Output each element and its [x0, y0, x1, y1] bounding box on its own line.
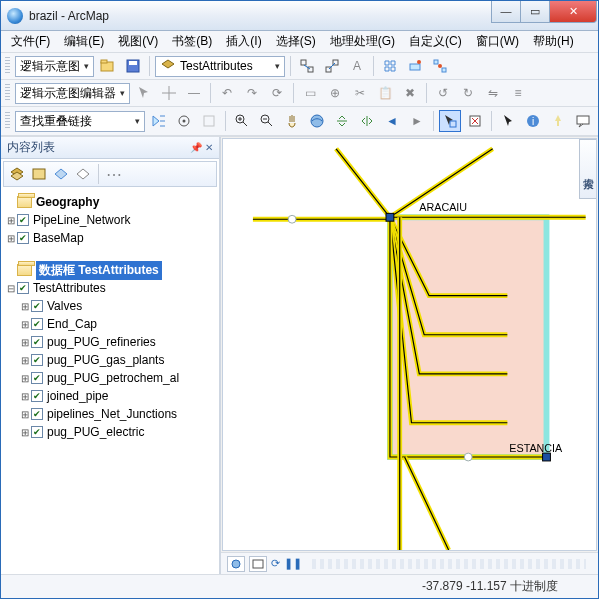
toc-options-icon: ⋯ — [105, 165, 123, 183]
layer-basemap[interactable]: ⊞✔BaseMap — [1, 229, 219, 247]
toc-toolbar: ⋯ — [3, 161, 217, 187]
layout-view-tab[interactable] — [249, 556, 267, 572]
checkbox-icon[interactable]: ✔ — [31, 336, 43, 348]
toolbar-grip[interactable] — [5, 84, 10, 102]
menu-edit[interactable]: 编辑(E) — [58, 31, 110, 52]
save-button[interactable] — [122, 55, 144, 77]
list-by-selection-icon[interactable] — [74, 165, 92, 183]
schematic-svg: ARACAIU ESTANCIA — [223, 139, 596, 550]
menu-file[interactable]: 文件(F) — [5, 31, 56, 52]
svg-rect-33 — [386, 213, 394, 221]
close-button[interactable]: ✕ — [549, 1, 597, 23]
identify-button[interactable]: i — [522, 110, 544, 132]
back-extent-button[interactable]: ◄ — [381, 110, 403, 132]
checkbox-icon[interactable]: ✔ — [31, 318, 43, 330]
refresh-view-button[interactable]: ⟳ — [271, 557, 280, 570]
list-by-visibility-icon[interactable] — [52, 165, 70, 183]
apply-layout-button[interactable] — [148, 110, 170, 132]
checkbox-icon[interactable]: ✔ — [17, 282, 29, 294]
layer-electric[interactable]: ⊞✔pug_PUG_electric — [1, 423, 219, 441]
propagate-reverse-button[interactable] — [321, 55, 343, 77]
zoom-out-button[interactable] — [256, 110, 278, 132]
zoom-in-button[interactable] — [231, 110, 253, 132]
checkbox-icon[interactable]: ✔ — [31, 390, 43, 402]
svg-rect-12 — [442, 68, 446, 72]
maximize-button[interactable]: ▭ — [520, 1, 550, 23]
list-by-drawing-icon[interactable] — [8, 165, 26, 183]
select-features-button[interactable] — [439, 110, 461, 132]
html-popup-button[interactable] — [572, 110, 594, 132]
menu-select[interactable]: 选择(S) — [270, 31, 322, 52]
layer-joinedpipe[interactable]: ⊞✔joined_pipe — [1, 387, 219, 405]
menu-insert[interactable]: 插入(I) — [220, 31, 267, 52]
layout-algo-dropdown[interactable]: 查找重叠链接▾ — [15, 111, 145, 132]
propagate-button[interactable] — [296, 55, 318, 77]
layer-petrochem[interactable]: ⊞✔pug_PUG_petrochem_al — [1, 369, 219, 387]
menu-geoprocessing[interactable]: 地理处理(G) — [324, 31, 401, 52]
layout-clear-icon — [198, 110, 220, 132]
list-by-source-icon[interactable] — [30, 165, 48, 183]
schematic-options-button[interactable] — [404, 55, 426, 77]
layer-valves[interactable]: ⊞✔Valves — [1, 297, 219, 315]
schematic-dropdown[interactable]: 逻辑示意图▾ — [15, 56, 94, 77]
checkbox-icon[interactable]: ✔ — [17, 232, 29, 244]
svg-rect-25 — [577, 116, 589, 124]
menu-help[interactable]: 帮助(H) — [527, 31, 580, 52]
fixed-zoom-out-button[interactable] — [356, 110, 378, 132]
checkbox-icon[interactable]: ✔ — [31, 354, 43, 366]
layer-endcap[interactable]: ⊞✔End_Cap — [1, 315, 219, 333]
menu-window[interactable]: 窗口(W) — [470, 31, 525, 52]
svg-rect-16 — [204, 116, 214, 126]
pin-icon[interactable]: 📌 ✕ — [190, 142, 213, 153]
pan-button[interactable] — [281, 110, 303, 132]
toolbar-grip[interactable] — [5, 57, 10, 75]
diagram-select-dropdown[interactable]: TestAttributes▾ — [155, 56, 285, 77]
toc-tree[interactable]: Geography ⊞✔PipeLine_Network ⊞✔BaseMap 数… — [1, 189, 219, 574]
svg-point-13 — [438, 64, 442, 68]
menu-view[interactable]: 视图(V) — [112, 31, 164, 52]
editor-dropdown[interactable]: 逻辑示意图编辑器▾ — [15, 83, 130, 104]
redo-icon: ↷ — [241, 82, 263, 104]
layer-junctions[interactable]: ⊞✔pipelines_Net_Junctions — [1, 405, 219, 423]
checkbox-icon[interactable]: ✔ — [31, 408, 43, 420]
layer-gasplants[interactable]: ⊞✔pug_PUG_gas_plants — [1, 351, 219, 369]
svg-point-35 — [464, 453, 472, 461]
map-pane: 搜索 — [221, 137, 598, 574]
schematic-editor-toolbar: 逻辑示意图编辑器▾ — ↶ ↷ ⟳ ▭ ⊕ ✂ 📋 ✖ ↺ ↻ ⇋ ≡ — [1, 80, 598, 107]
layer-refineries[interactable]: ⊞✔pug_PUG_refineries — [1, 333, 219, 351]
title-bar: brazil - ArcMap — ▭ ✕ — [1, 1, 598, 31]
menu-bookmarks[interactable]: 书签(B) — [166, 31, 218, 52]
svg-point-36 — [232, 560, 240, 568]
dataframe-testattributes[interactable]: 数据框 TestAttributes — [1, 261, 219, 279]
layout-props-button[interactable] — [173, 110, 195, 132]
dataframe-geography[interactable]: Geography — [1, 193, 219, 211]
open-diagram-button[interactable] — [97, 55, 119, 77]
data-view-tab[interactable] — [227, 556, 245, 572]
pointer-button[interactable] — [497, 110, 519, 132]
toolbar-grip[interactable] — [5, 112, 10, 130]
layout-map-toolbar: 查找重叠链接▾ ◄ ► i — [1, 107, 598, 136]
minimize-button[interactable]: — — [491, 1, 521, 23]
checkbox-icon[interactable]: ✔ — [17, 214, 29, 226]
toc-title: 内容列表 — [7, 139, 55, 156]
clear-selection-button[interactable] — [464, 110, 486, 132]
dataframe-icon — [17, 196, 32, 208]
svg-rect-20 — [450, 121, 456, 127]
checkbox-icon[interactable]: ✔ — [31, 300, 43, 312]
layer-pipeline[interactable]: ⊞✔PipeLine_Network — [1, 211, 219, 229]
checkbox-icon[interactable]: ✔ — [31, 426, 43, 438]
pause-draw-button[interactable]: ❚❚ — [284, 557, 302, 570]
map-canvas[interactable]: 搜索 — [222, 138, 597, 551]
layer-label: pug_PUG_refineries — [47, 335, 156, 349]
checkbox-icon[interactable]: ✔ — [31, 372, 43, 384]
fixed-zoom-in-button[interactable] — [331, 110, 353, 132]
layout-tree-button[interactable] — [379, 55, 401, 77]
menu-customize[interactable]: 自定义(C) — [403, 31, 468, 52]
main-area: 内容列表 📌 ✕ ⋯ Geography ⊞✔PipeLine_Network … — [1, 136, 598, 574]
schematic-generation-button[interactable] — [429, 55, 451, 77]
scroll-track[interactable] — [312, 559, 586, 569]
full-extent-button[interactable] — [306, 110, 328, 132]
flip-h-icon: ⇋ — [482, 82, 504, 104]
search-sidetab[interactable]: 搜索 — [579, 139, 597, 199]
layer-root[interactable]: ⊟✔TestAttributes — [1, 279, 219, 297]
